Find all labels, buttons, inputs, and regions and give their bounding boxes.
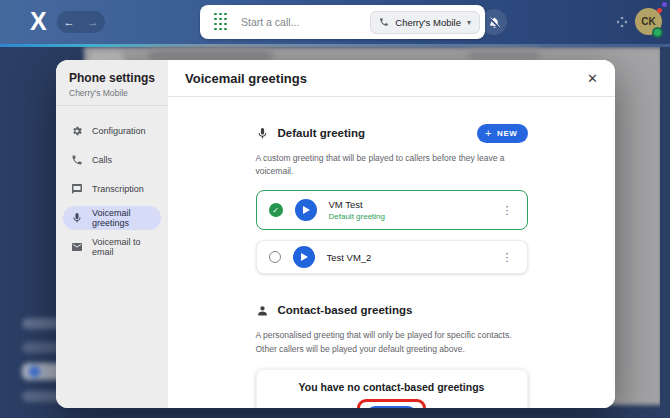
- panel-content: Default greeting + NEW A custom greeting…: [168, 97, 615, 408]
- start-call-input[interactable]: Start a call... Cherry's Mobile ▾: [200, 5, 485, 39]
- forward-arrow-icon[interactable]: →: [88, 16, 99, 28]
- kebab-menu-icon[interactable]: ⋮: [500, 204, 515, 217]
- top-bar: X ← → Start a call... Cherry's Mobile ▾: [0, 0, 670, 44]
- new-button-label: NEW: [497, 129, 517, 138]
- back-arrow-icon[interactable]: ←: [64, 16, 75, 28]
- notification-dot: [657, 8, 662, 13]
- microphone-icon: [71, 212, 83, 224]
- presence-badge: [652, 27, 663, 38]
- settings-subtitle: Cherry's Mobile: [69, 88, 160, 98]
- kebab-menu-icon[interactable]: ⋮: [500, 251, 515, 264]
- settings-nav: Configuration Calls Transcription Voicem…: [56, 106, 168, 272]
- sidebar-item-transcription[interactable]: Transcription: [63, 177, 161, 201]
- bell-muted-icon: [488, 16, 501, 29]
- play-icon: [301, 253, 308, 261]
- collapse-window-button[interactable]: [612, 12, 632, 32]
- gear-icon: [71, 125, 83, 137]
- section-title: Contact-based greetings: [278, 304, 413, 316]
- panel-header: Voicemail greetings ✕: [168, 60, 615, 97]
- line-selector-label: Cherry's Mobile: [395, 17, 461, 28]
- corner-indicator-dot: [662, 2, 667, 7]
- new-contact-greeting-button[interactable]: + NEW: [366, 406, 417, 408]
- sidebar-item-label: Voicemail to email: [92, 237, 153, 257]
- new-default-greeting-button[interactable]: + NEW: [477, 124, 528, 143]
- accent-line: [0, 44, 670, 47]
- selected-check-icon[interactable]: ✓: [269, 203, 283, 217]
- sidebar-item-calls[interactable]: Calls: [63, 148, 161, 172]
- contact-greetings-section-header: Contact-based greetings: [256, 300, 528, 320]
- line-selector-dropdown[interactable]: Cherry's Mobile ▾: [370, 11, 480, 34]
- sidebar-item-label: Transcription: [92, 184, 144, 194]
- chat-icon: [71, 183, 83, 195]
- greeting-name: VM Test: [329, 199, 385, 210]
- collapse-arrows-icon: [615, 15, 629, 29]
- phone-icon: [71, 154, 83, 166]
- default-greeting-description: A custom greeting that will be played to…: [256, 152, 528, 178]
- default-greeting-section-header: Default greeting + NEW: [256, 123, 528, 143]
- empty-state-text: You have no contact-based greetings: [257, 381, 527, 393]
- dialpad-icon: [214, 13, 228, 32]
- notifications-muted-button[interactable]: [481, 9, 507, 35]
- play-button[interactable]: [295, 199, 317, 221]
- radio-unselected[interactable]: [269, 251, 281, 263]
- greeting-card-test-vm-2[interactable]: Test VM_2 ⋮: [256, 240, 528, 274]
- settings-sidebar: Phone settings Cherry's Mobile Configura…: [56, 60, 168, 408]
- sidebar-item-label: Voicemail greetings: [92, 208, 153, 228]
- blurred-avatar: [29, 366, 40, 377]
- phone-settings-modal: Phone settings Cherry's Mobile Configura…: [56, 60, 615, 408]
- sidebar-item-voicemail-to-email[interactable]: Voicemail to email: [63, 235, 161, 259]
- default-greeting-badge: Default greeting: [329, 212, 385, 221]
- greeting-texts: VM Test Default greeting: [329, 199, 385, 221]
- app-logo: X: [30, 7, 46, 36]
- sidebar-item-configuration[interactable]: Configuration: [63, 119, 161, 143]
- contact-greetings-empty-state: You have no contact-based greetings + NE…: [256, 369, 528, 408]
- greeting-card-vm-test[interactable]: ✓ VM Test Default greeting ⋮: [256, 190, 528, 230]
- sidebar-item-voicemail-greetings[interactable]: Voicemail greetings: [63, 206, 161, 230]
- section-title: Default greeting: [278, 127, 366, 139]
- highlight-annotation: + NEW: [357, 399, 426, 408]
- sidebar-item-label: Configuration: [92, 126, 146, 136]
- close-icon[interactable]: ✕: [587, 71, 598, 86]
- play-button[interactable]: [293, 246, 315, 268]
- screen: X ← → Start a call... Cherry's Mobile ▾: [0, 0, 670, 418]
- person-icon: [256, 304, 269, 317]
- background-right-rail: [660, 47, 670, 418]
- settings-sidebar-header: Phone settings Cherry's Mobile: [56, 60, 168, 106]
- settings-main-panel: Voicemail greetings ✕ Default greeting +…: [168, 60, 615, 408]
- envelope-icon: [71, 241, 83, 253]
- history-nav: ← →: [57, 11, 105, 33]
- contact-greetings-description: A personalised greeting that will only b…: [256, 329, 528, 355]
- start-call-placeholder: Start a call...: [241, 16, 370, 28]
- microphone-icon: [256, 127, 269, 140]
- play-icon: [303, 206, 310, 214]
- panel-title: Voicemail greetings: [185, 71, 307, 86]
- sidebar-item-label: Calls: [92, 155, 112, 165]
- chevron-down-icon: ▾: [467, 18, 471, 27]
- phone-icon: [379, 17, 389, 27]
- settings-title: Phone settings: [69, 71, 160, 85]
- plus-icon: +: [485, 128, 492, 139]
- greeting-name: Test VM_2: [327, 252, 372, 263]
